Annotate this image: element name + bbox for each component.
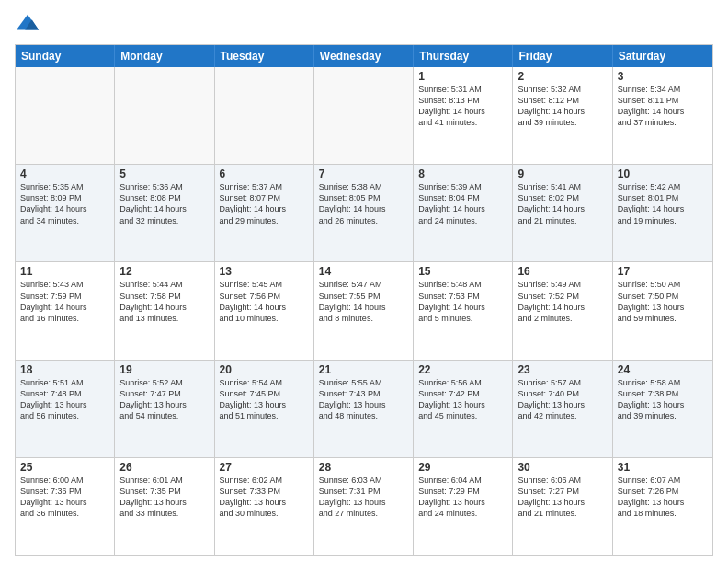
day-detail: Sunrise: 6:02 AM Sunset: 7:33 PM Dayligh… (220, 475, 309, 520)
day-detail: Sunrise: 6:01 AM Sunset: 7:35 PM Dayligh… (119, 475, 209, 520)
day-detail: Sunrise: 6:00 AM Sunset: 7:36 PM Dayligh… (20, 475, 109, 520)
day-number: 22 (418, 363, 507, 376)
empty-cell (314, 67, 414, 164)
day-cell-18: 18Sunrise: 5:51 AM Sunset: 7:48 PM Dayli… (16, 361, 115, 457)
day-detail: Sunrise: 5:58 AM Sunset: 7:38 PM Dayligh… (618, 377, 708, 422)
day-number: 1 (418, 70, 507, 83)
day-detail: Sunrise: 5:48 AM Sunset: 7:53 PM Dayligh… (418, 279, 507, 324)
day-number: 3 (618, 70, 708, 83)
day-detail: Sunrise: 5:31 AM Sunset: 8:13 PM Dayligh… (418, 84, 507, 129)
day-detail: Sunrise: 5:36 AM Sunset: 8:08 PM Dayligh… (119, 181, 209, 226)
day-cell-26: 26Sunrise: 6:01 AM Sunset: 7:35 PM Dayli… (115, 458, 214, 555)
day-detail: Sunrise: 5:32 AM Sunset: 8:12 PM Dayligh… (518, 84, 607, 129)
day-cell-13: 13Sunrise: 5:45 AM Sunset: 7:56 PM Dayli… (215, 262, 314, 359)
day-cell-27: 27Sunrise: 6:02 AM Sunset: 7:33 PM Dayli… (215, 458, 314, 555)
day-detail: Sunrise: 5:54 AM Sunset: 7:45 PM Dayligh… (220, 377, 309, 422)
day-number: 13 (220, 265, 309, 278)
header-day-wednesday: Wednesday (314, 45, 414, 67)
header-day-friday: Friday (513, 45, 612, 67)
day-number: 25 (20, 461, 109, 474)
day-number: 20 (220, 363, 309, 376)
day-number: 10 (618, 167, 708, 180)
day-cell-22: 22Sunrise: 5:56 AM Sunset: 7:42 PM Dayli… (414, 361, 513, 457)
day-detail: Sunrise: 6:07 AM Sunset: 7:26 PM Dayligh… (618, 475, 708, 520)
day-detail: Sunrise: 5:47 AM Sunset: 7:55 PM Dayligh… (319, 279, 408, 324)
day-cell-11: 11Sunrise: 5:43 AM Sunset: 7:59 PM Dayli… (16, 262, 115, 359)
day-cell-24: 24Sunrise: 5:58 AM Sunset: 7:38 PM Dayli… (613, 361, 712, 457)
day-number: 8 (418, 167, 507, 180)
day-cell-5: 5Sunrise: 5:36 AM Sunset: 8:08 PM Daylig… (115, 165, 214, 261)
day-cell-17: 17Sunrise: 5:50 AM Sunset: 7:50 PM Dayli… (613, 262, 712, 359)
day-cell-31: 31Sunrise: 6:07 AM Sunset: 7:26 PM Dayli… (613, 458, 712, 555)
day-detail: Sunrise: 5:41 AM Sunset: 8:02 PM Dayligh… (518, 181, 607, 226)
day-number: 4 (20, 167, 109, 180)
day-number: 28 (319, 461, 408, 474)
day-number: 21 (319, 363, 408, 376)
day-number: 31 (618, 461, 708, 474)
calendar-row-4: 18Sunrise: 5:51 AM Sunset: 7:48 PM Dayli… (16, 360, 712, 457)
day-number: 11 (20, 265, 109, 278)
day-number: 18 (20, 363, 109, 376)
day-number: 17 (618, 265, 708, 278)
header-day-monday: Monday (115, 45, 214, 67)
day-number: 5 (119, 167, 209, 180)
day-detail: Sunrise: 5:50 AM Sunset: 7:50 PM Dayligh… (618, 279, 708, 324)
day-cell-8: 8Sunrise: 5:39 AM Sunset: 8:04 PM Daylig… (414, 165, 513, 261)
day-cell-7: 7Sunrise: 5:38 AM Sunset: 8:05 PM Daylig… (314, 165, 414, 261)
day-detail: Sunrise: 5:42 AM Sunset: 8:01 PM Dayligh… (618, 181, 708, 226)
day-cell-3: 3Sunrise: 5:34 AM Sunset: 8:11 PM Daylig… (613, 67, 712, 164)
day-cell-12: 12Sunrise: 5:44 AM Sunset: 7:58 PM Dayli… (115, 262, 214, 359)
day-number: 29 (418, 461, 507, 474)
day-detail: Sunrise: 5:55 AM Sunset: 7:43 PM Dayligh… (319, 377, 408, 422)
calendar-header: SundayMondayTuesdayWednesdayThursdayFrid… (16, 45, 712, 67)
empty-cell (215, 67, 314, 164)
day-detail: Sunrise: 5:43 AM Sunset: 7:59 PM Dayligh… (20, 279, 109, 324)
day-cell-25: 25Sunrise: 6:00 AM Sunset: 7:36 PM Dayli… (16, 458, 115, 555)
day-cell-15: 15Sunrise: 5:48 AM Sunset: 7:53 PM Dayli… (414, 262, 513, 359)
day-cell-30: 30Sunrise: 6:06 AM Sunset: 7:27 PM Dayli… (513, 458, 612, 555)
day-cell-21: 21Sunrise: 5:55 AM Sunset: 7:43 PM Dayli… (314, 361, 414, 457)
day-number: 24 (618, 363, 708, 376)
empty-cell (115, 67, 214, 164)
day-detail: Sunrise: 5:35 AM Sunset: 8:09 PM Dayligh… (20, 181, 109, 226)
day-detail: Sunrise: 6:06 AM Sunset: 7:27 PM Dayligh… (518, 475, 607, 520)
day-cell-2: 2Sunrise: 5:32 AM Sunset: 8:12 PM Daylig… (513, 67, 612, 164)
day-detail: Sunrise: 6:04 AM Sunset: 7:29 PM Dayligh… (418, 475, 507, 520)
day-number: 7 (319, 167, 408, 180)
day-detail: Sunrise: 6:03 AM Sunset: 7:31 PM Dayligh… (319, 475, 408, 520)
calendar-row-2: 4Sunrise: 5:35 AM Sunset: 8:09 PM Daylig… (16, 164, 712, 261)
day-cell-19: 19Sunrise: 5:52 AM Sunset: 7:47 PM Dayli… (115, 361, 214, 457)
header-day-saturday: Saturday (613, 45, 712, 67)
header-day-sunday: Sunday (16, 45, 115, 67)
day-number: 23 (518, 363, 607, 376)
day-cell-20: 20Sunrise: 5:54 AM Sunset: 7:45 PM Dayli… (215, 361, 314, 457)
day-detail: Sunrise: 5:38 AM Sunset: 8:05 PM Dayligh… (319, 181, 408, 226)
day-cell-1: 1Sunrise: 5:31 AM Sunset: 8:13 PM Daylig… (414, 67, 513, 164)
day-detail: Sunrise: 5:45 AM Sunset: 7:56 PM Dayligh… (220, 279, 309, 324)
page: SundayMondayTuesdayWednesdayThursdayFrid… (0, 0, 728, 563)
empty-cell (16, 67, 115, 164)
day-number: 9 (518, 167, 607, 180)
logo-icon (15, 11, 40, 37)
day-number: 15 (418, 265, 507, 278)
calendar-row-3: 11Sunrise: 5:43 AM Sunset: 7:59 PM Dayli… (16, 261, 712, 359)
day-detail: Sunrise: 5:51 AM Sunset: 7:48 PM Dayligh… (20, 377, 109, 422)
day-cell-23: 23Sunrise: 5:57 AM Sunset: 7:40 PM Dayli… (513, 361, 612, 457)
day-cell-4: 4Sunrise: 5:35 AM Sunset: 8:09 PM Daylig… (16, 165, 115, 261)
day-cell-28: 28Sunrise: 6:03 AM Sunset: 7:31 PM Dayli… (314, 458, 414, 555)
day-number: 27 (220, 461, 309, 474)
day-detail: Sunrise: 5:34 AM Sunset: 8:11 PM Dayligh… (618, 84, 708, 129)
day-detail: Sunrise: 5:57 AM Sunset: 7:40 PM Dayligh… (518, 377, 607, 422)
day-cell-9: 9Sunrise: 5:41 AM Sunset: 8:02 PM Daylig… (513, 165, 612, 261)
day-number: 26 (119, 461, 209, 474)
header-day-tuesday: Tuesday (215, 45, 314, 67)
day-detail: Sunrise: 5:49 AM Sunset: 7:52 PM Dayligh… (518, 279, 607, 324)
logo (15, 11, 44, 37)
day-number: 30 (518, 461, 607, 474)
top-section (15, 11, 713, 37)
day-number: 16 (518, 265, 607, 278)
day-cell-6: 6Sunrise: 5:37 AM Sunset: 8:07 PM Daylig… (215, 165, 314, 261)
day-detail: Sunrise: 5:39 AM Sunset: 8:04 PM Dayligh… (418, 181, 507, 226)
day-cell-10: 10Sunrise: 5:42 AM Sunset: 8:01 PM Dayli… (613, 165, 712, 261)
day-cell-29: 29Sunrise: 6:04 AM Sunset: 7:29 PM Dayli… (414, 458, 513, 555)
